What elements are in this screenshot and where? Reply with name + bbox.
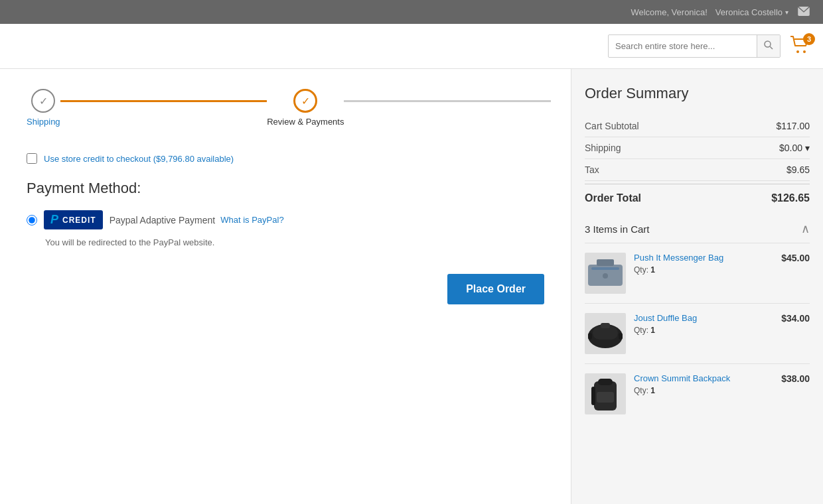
tax-row: Tax $9.65	[585, 159, 810, 181]
svg-rect-6	[597, 259, 614, 266]
cart-item-name[interactable]: Crown Summit Backpack	[634, 373, 773, 383]
cart-item-price: $38.00	[781, 373, 810, 384]
chevron-down-icon: ▾	[785, 9, 788, 16]
cart-item-image	[585, 313, 626, 354]
paypal-p-letter: P	[50, 213, 58, 227]
search-input[interactable]	[609, 36, 757, 56]
svg-rect-17	[591, 387, 595, 405]
cart-item: Push It Messenger Bag Qty: 1 $45.00	[585, 243, 810, 303]
cart-item-qty: Qty: 1	[634, 386, 773, 395]
tax-label: Tax	[585, 164, 599, 175]
main-layout: ✓ Shipping ✓ Review & Payments Use store…	[0, 69, 823, 504]
cart-subtotal-value: $117.00	[776, 121, 810, 131]
cart-item-info: Crown Summit Backpack Qty: 1	[634, 373, 773, 395]
paypal-radio[interactable]	[27, 215, 37, 225]
cart-item-qty: Qty: 1	[634, 326, 773, 335]
checkout-stepper: ✓ Shipping ✓ Review & Payments	[27, 89, 551, 133]
search-icon	[764, 40, 773, 50]
payment-method-title: Payment Method:	[27, 180, 551, 197]
shipping-label: Shipping	[585, 143, 621, 153]
cart-item-image	[585, 253, 626, 294]
cart-item-qty: Qty: 1	[634, 265, 773, 275]
step-shipping: ✓ Shipping	[27, 89, 60, 127]
welcome-text: Welcome, Veronica!	[631, 7, 707, 17]
step-line-1	[60, 100, 267, 102]
step-review-circle: ✓	[293, 89, 317, 113]
place-order-area: Place Order	[27, 274, 551, 304]
svg-rect-12	[588, 333, 592, 340]
paypal-adaptive-label: Paypal Adaptive Payment	[110, 215, 216, 225]
mail-svg	[798, 7, 810, 16]
order-total-value: $126.65	[771, 192, 810, 204]
cart-items-toggle[interactable]: 3 Items in Cart ∧	[585, 212, 810, 243]
svg-rect-15	[598, 379, 613, 385]
cart-item-price: $34.00	[781, 313, 810, 324]
step-review-label: Review & Payments	[267, 117, 344, 127]
svg-point-1	[765, 41, 771, 47]
what-is-paypal-link[interactable]: What is PayPal?	[220, 215, 283, 225]
cart-item-info: Push It Messenger Bag Qty: 1	[634, 253, 773, 275]
svg-point-3	[796, 50, 799, 53]
svg-point-4	[803, 50, 806, 53]
cart-badge: 3	[803, 33, 815, 45]
topbar: Welcome, Veronica! Veronica Costello ▾	[0, 0, 823, 24]
order-total-row: Order Total $126.65	[585, 184, 810, 212]
cart-item-image	[585, 373, 626, 414]
step-shipping-circle: ✓	[31, 89, 55, 113]
content-area: ✓ Shipping ✓ Review & Payments Use store…	[0, 69, 571, 504]
cart-item-name[interactable]: Joust Duffle Bag	[634, 313, 773, 323]
order-total-label: Order Total	[585, 192, 641, 204]
tax-value: $9.65	[786, 164, 810, 175]
place-order-button[interactable]: Place Order	[447, 274, 544, 304]
store-credit-label[interactable]: Use store credit to checkout ($9,796.80 …	[44, 154, 234, 164]
svg-point-8	[603, 273, 608, 279]
cart-item-info: Joust Duffle Bag Qty: 1	[634, 313, 773, 335]
cart-subtotal-label: Cart Subtotal	[585, 121, 639, 131]
cart-icon[interactable]: 3	[790, 36, 810, 56]
cart-items-list: Push It Messenger Bag Qty: 1 $45.00 Jous…	[585, 243, 810, 424]
cart-item-name[interactable]: Push It Messenger Bag	[634, 253, 773, 263]
cart-item: Crown Summit Backpack Qty: 1 $38.00	[585, 363, 810, 424]
store-credit-section: Use store credit to checkout ($9,796.80 …	[27, 153, 551, 164]
cart-toggle-icon: ∧	[801, 221, 810, 236]
svg-line-2	[770, 46, 773, 49]
order-summary-title: Order Summary	[585, 85, 810, 102]
cart-subtotal-row: Cart Subtotal $117.00	[585, 115, 810, 137]
order-summary-sidebar: Order Summary Cart Subtotal $117.00 Ship…	[571, 69, 823, 504]
search-bar	[608, 34, 781, 58]
mail-icon[interactable]	[798, 7, 810, 18]
shipping-value: $0.00 ▾	[779, 143, 810, 153]
cart-item: Joust Duffle Bag Qty: 1 $34.00	[585, 303, 810, 363]
svg-rect-16	[597, 392, 614, 403]
svg-rect-13	[619, 333, 623, 340]
svg-rect-7	[591, 267, 619, 270]
step-review: ✓ Review & Payments	[267, 89, 344, 127]
items-in-cart-label: 3 Items in Cart	[585, 223, 650, 235]
cart-item-price: $45.00	[781, 253, 810, 263]
step-shipping-label[interactable]: Shipping	[27, 117, 60, 127]
store-credit-checkbox[interactable]	[27, 153, 37, 164]
svg-rect-11	[601, 323, 610, 328]
paypal-credit-logo: P CREDIT	[44, 210, 103, 229]
header: 3	[0, 24, 823, 69]
search-button[interactable]	[757, 35, 780, 57]
step-line-2	[344, 100, 551, 102]
payment-option-paypal: P CREDIT Paypal Adaptive Payment What is…	[27, 210, 551, 229]
payment-method-section: Payment Method: P CREDIT Paypal Adaptive…	[27, 180, 551, 247]
user-menu[interactable]: Veronica Costello ▾	[715, 7, 788, 17]
shipping-row: Shipping $0.00 ▾	[585, 137, 810, 159]
paypal-redirect-note: You will be redirected to the PayPal web…	[45, 237, 551, 247]
user-name: Veronica Costello	[715, 7, 783, 17]
shipping-chevron-icon: ▾	[805, 143, 810, 153]
paypal-credit-text: CREDIT	[62, 216, 96, 225]
